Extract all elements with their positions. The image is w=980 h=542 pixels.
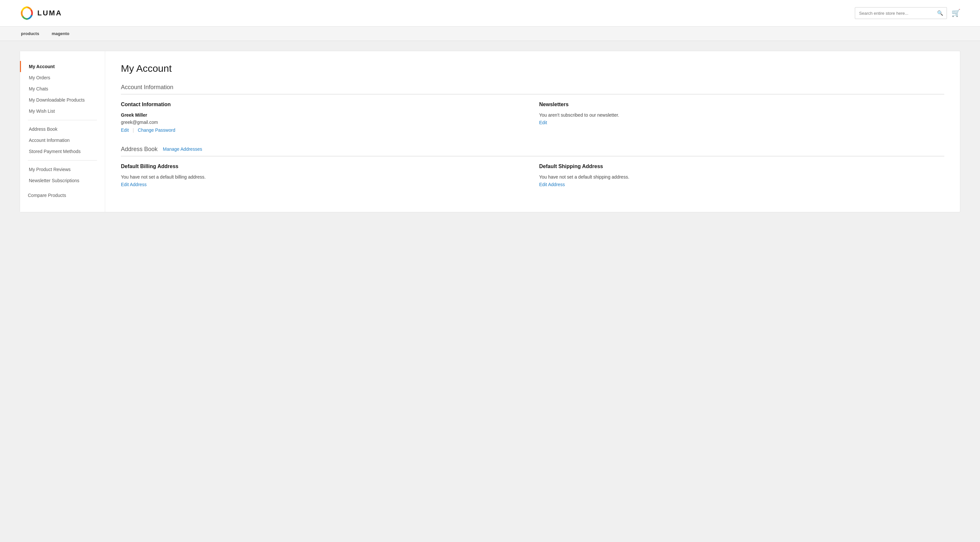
address-book-section-title: Address Book <box>121 146 158 153</box>
sidebar-item-my-orders[interactable]: My Orders <box>20 72 105 83</box>
newsletters-col: Newsletters You aren't subscribed to our… <box>539 102 945 133</box>
nav-item-magento[interactable]: magento <box>51 31 71 36</box>
nav-bar: products magento <box>0 27 980 41</box>
address-book-title-row: Address Book Manage Addresses <box>121 146 944 153</box>
logo-area: LUMA <box>20 6 62 20</box>
account-info-columns: Contact Information Greek Miller greek@g… <box>121 102 944 133</box>
shipping-edit-address-link[interactable]: Edit Address <box>539 182 565 187</box>
contact-edit-link[interactable]: Edit <box>121 127 129 133</box>
newsletters-title: Newsletters <box>539 102 945 108</box>
search-button[interactable]: 🔍 <box>934 8 947 19</box>
address-book-section: Address Book Manage Addresses Default Bi… <box>121 146 944 187</box>
billing-address-message: You have not set a default billing addre… <box>121 173 526 181</box>
change-password-link[interactable]: Change Password <box>138 127 175 133</box>
link-separator: | <box>133 127 134 133</box>
sidebar-section-reviews: My Product Reviews Newsletter Subscripti… <box>20 164 105 186</box>
sidebar-section-settings: Address Book Account Information Stored … <box>20 124 105 157</box>
manage-addresses-link[interactable]: Manage Addresses <box>163 146 202 152</box>
sidebar-item-stored-payment-methods[interactable]: Stored Payment Methods <box>20 146 105 157</box>
sidebar-item-my-account[interactable]: My Account <box>20 61 105 72</box>
sidebar-item-my-wish-list[interactable]: My Wish List <box>20 105 105 117</box>
billing-address-col: Default Billing Address You have not set… <box>121 164 526 187</box>
sidebar-item-my-product-reviews[interactable]: My Product Reviews <box>20 164 105 175</box>
account-info-section-title: Account Information <box>121 84 944 91</box>
address-book-columns: Default Billing Address You have not set… <box>121 164 944 187</box>
account-info-divider <box>121 94 944 94</box>
newsletters-message: You aren't subscribed to our newsletter. <box>539 111 945 119</box>
search-input[interactable] <box>855 8 934 18</box>
main-wrap: My Account My Orders My Chats My Downloa… <box>0 41 980 222</box>
shipping-address-message: You have not set a default shipping addr… <box>539 173 945 181</box>
sidebar-item-my-downloadable-products[interactable]: My Downloadable Products <box>20 94 105 105</box>
sidebar-divider-1 <box>28 120 97 120</box>
contact-actions: Edit | Change Password <box>121 127 526 133</box>
header: LUMA 🔍 🛒 <box>0 0 980 27</box>
main-panel: My Account Account Information Contact I… <box>105 51 960 212</box>
address-book-divider <box>121 156 944 156</box>
header-right: 🔍 🛒 <box>855 7 960 19</box>
sidebar-item-newsletter-subscriptions[interactable]: Newsletter Subscriptions <box>20 175 105 186</box>
shipping-address-col: Default Shipping Address You have not se… <box>539 164 945 187</box>
sidebar-item-account-information[interactable]: Account Information <box>20 135 105 146</box>
shipping-address-title: Default Shipping Address <box>539 164 945 169</box>
account-information-section: Account Information Contact Information … <box>121 84 944 133</box>
cart-button[interactable]: 🛒 <box>951 9 960 17</box>
logo-icon <box>20 6 34 20</box>
page-title: My Account <box>121 63 944 74</box>
contact-name: Greek Miller <box>121 111 526 119</box>
newsletters-edit-link[interactable]: Edit <box>539 120 547 125</box>
billing-edit-address-link[interactable]: Edit Address <box>121 182 147 187</box>
billing-address-title: Default Billing Address <box>121 164 526 169</box>
search-box: 🔍 <box>855 7 947 19</box>
contact-info-title: Contact Information <box>121 102 526 108</box>
compare-products-label: Compare Products <box>20 186 105 198</box>
sidebar-item-address-book[interactable]: Address Book <box>20 124 105 135</box>
sidebar-item-my-chats[interactable]: My Chats <box>20 83 105 94</box>
content-card: My Account My Orders My Chats My Downloa… <box>20 51 960 212</box>
sidebar-divider-2 <box>28 160 97 161</box>
contact-info-col: Contact Information Greek Miller greek@g… <box>121 102 526 133</box>
nav-item-products[interactable]: products <box>20 31 41 36</box>
sidebar-section-account: My Account My Orders My Chats My Downloa… <box>20 61 105 117</box>
contact-email: greek@gmail.com <box>121 119 526 126</box>
logo-text: LUMA <box>37 9 62 17</box>
sidebar: My Account My Orders My Chats My Downloa… <box>20 51 105 212</box>
